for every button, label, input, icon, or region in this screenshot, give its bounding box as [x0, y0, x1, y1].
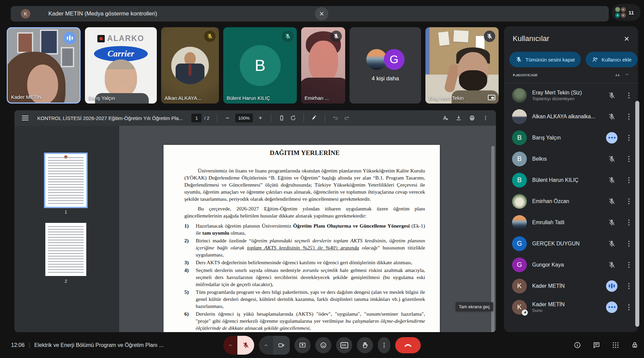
- participant-row[interactable]: Eray Mert Tekin (Siz) Toplantıyı düzenle…: [504, 85, 638, 106]
- raise-hand-button[interactable]: [357, 337, 373, 353]
- more-options-button[interactable]: [378, 337, 390, 353]
- menu-icon[interactable]: [22, 116, 29, 120]
- clock: 12:06: [11, 342, 25, 348]
- zoom-in-button[interactable]: +: [255, 112, 266, 124]
- video-tile-baris[interactable]: ALARKO Carrier Barış Yalçın: [85, 27, 157, 104]
- avatar: [512, 215, 527, 230]
- more-options-button[interactable]: [624, 238, 634, 249]
- present-screen-button[interactable]: [294, 337, 311, 353]
- fit-page-icon[interactable]: [276, 112, 287, 124]
- page-thumbnail-1[interactable]: [45, 154, 86, 207]
- participant-row[interactable]: Alkan ALKAYA alkanalka...: [504, 106, 638, 127]
- avatar: [512, 88, 527, 103]
- avatar: K: [512, 300, 527, 315]
- mic-status[interactable]: [605, 280, 618, 292]
- end-call-button[interactable]: [395, 337, 421, 353]
- pdf-page-area[interactable]: DAĞITIM YERLERİNE Üniversitemiz ön lisan…: [119, 126, 496, 332]
- participant-count-pill[interactable]: KBK 11: [612, 4, 641, 21]
- mic-options-chevron[interactable]: [223, 336, 237, 355]
- speaking-indicator: [606, 132, 617, 144]
- panel-scrollbar[interactable]: [635, 101, 639, 327]
- participant-avatars-cluster: KBK: [615, 7, 626, 18]
- participant-row[interactable]: B Barış Yalçın: [504, 127, 638, 148]
- rotate-icon[interactable]: [287, 112, 299, 124]
- mini-avatar: K: [621, 13, 626, 18]
- participant-row[interactable]: Emrullah Tatli: [504, 212, 638, 233]
- picture-in-picture-icon[interactable]: [488, 95, 495, 100]
- more-options-button[interactable]: [624, 111, 634, 122]
- add-user-button[interactable]: Kullanıcı ekle: [586, 52, 638, 67]
- zoom-level[interactable]: 100%: [235, 114, 253, 122]
- mic-status[interactable]: [605, 302, 618, 313]
- video-tile-kader[interactable]: Kader METİN: [7, 27, 81, 104]
- mute-all-button[interactable]: Tümünün sesini kapat: [509, 52, 581, 67]
- more-options-button[interactable]: [624, 302, 634, 313]
- participant-row[interactable]: B Bülent Harun KILIÇ: [504, 169, 638, 191]
- mic-off-button[interactable]: [237, 336, 254, 355]
- captions-button[interactable]: CC: [336, 337, 352, 353]
- mic-status[interactable]: [605, 218, 618, 227]
- mic-off-icon: [608, 155, 616, 163]
- close-icon[interactable]: ×: [315, 7, 328, 21]
- redo-icon[interactable]: [341, 112, 353, 124]
- speaking-indicator-icon: [63, 32, 76, 44]
- participant-row[interactable]: K Kader METİN: [504, 275, 638, 296]
- more-options-icon[interactable]: [480, 112, 491, 124]
- download-icon[interactable]: [453, 112, 464, 124]
- mic-status[interactable]: [605, 91, 618, 100]
- more-options-button[interactable]: [624, 174, 634, 186]
- more-options-button[interactable]: [624, 90, 634, 101]
- participant-row[interactable]: B Belkıs: [504, 148, 638, 169]
- print-icon[interactable]: [466, 112, 478, 124]
- page-thumbnail-2[interactable]: [45, 223, 86, 276]
- more-options-button[interactable]: [624, 217, 634, 228]
- overflow-tile[interactable]: G 4 kişi daha: [350, 27, 421, 104]
- mic-status[interactable]: [605, 155, 618, 163]
- mic-status[interactable]: [605, 176, 618, 184]
- avatar: B: [512, 173, 527, 188]
- more-options-button[interactable]: [624, 280, 634, 292]
- close-icon[interactable]: ×: [624, 34, 629, 43]
- camera-button[interactable]: [273, 336, 290, 355]
- pdf-thumbnail-sidebar: 1 2: [14, 126, 119, 332]
- video-tile-alkan[interactable]: Alkan ALKAYA...: [161, 27, 219, 104]
- video-tile-eray[interactable]: Eray Mert Tekin: [425, 27, 499, 104]
- more-options-button[interactable]: [624, 196, 634, 207]
- more-options-button[interactable]: [624, 259, 634, 271]
- host-controls-lock-icon[interactable]: [631, 341, 639, 349]
- mic-status[interactable]: [605, 261, 618, 269]
- more-options-button[interactable]: [624, 132, 634, 144]
- more-options-button[interactable]: [624, 153, 634, 165]
- participant-row[interactable]: K Kader METİN Sunu: [504, 296, 638, 318]
- emoji-reactions-button[interactable]: [315, 337, 331, 353]
- text-selection-icon[interactable]: [440, 112, 451, 124]
- mic-off-icon: [608, 240, 616, 248]
- mini-avatar: K: [621, 7, 626, 12]
- wall-frame: [40, 30, 58, 54]
- annotate-pen-icon[interactable]: [309, 112, 320, 124]
- item-number: 4): [184, 267, 193, 288]
- item-text: Derslerin öğrenci iş yükü hesaplamaların…: [196, 310, 425, 331]
- avatar: K: [512, 279, 527, 293]
- participant-row[interactable]: G GERÇEK DUYGUN: [504, 233, 638, 254]
- camera-options-chevron[interactable]: [259, 336, 273, 355]
- chat-icon[interactable]: [593, 341, 600, 349]
- mic-off-icon: [608, 218, 616, 227]
- mic-status[interactable]: [605, 132, 618, 144]
- activities-grid-icon[interactable]: [612, 341, 619, 349]
- participant-row[interactable]: Emirhan Özcan: [504, 191, 638, 212]
- video-tile-bulent[interactable]: B Bülent Harun KILIÇ: [223, 27, 297, 104]
- meeting-info-icon[interactable]: [573, 341, 581, 349]
- mic-status[interactable]: [605, 197, 618, 205]
- undo-icon[interactable]: [330, 112, 341, 124]
- item-text: Ders AKTS değerlerinin belirlenmesinde ö…: [196, 259, 425, 266]
- video-tile-emirhan[interactable]: Emirhan ...: [301, 27, 345, 104]
- participants-section-header[interactable]: Katılımcılar 11: [504, 74, 638, 83]
- mic-status[interactable]: [605, 113, 618, 121]
- page-number-input[interactable]: 1: [191, 114, 201, 122]
- participant-row[interactable]: G Gungor Kaya: [504, 254, 638, 275]
- wall-frame: [61, 47, 74, 67]
- mic-status[interactable]: [605, 240, 618, 248]
- call-control-bar: 12:06 Elektrik ve Enerji Bölümü Program …: [0, 332, 644, 358]
- zoom-out-button[interactable]: −: [222, 112, 233, 124]
